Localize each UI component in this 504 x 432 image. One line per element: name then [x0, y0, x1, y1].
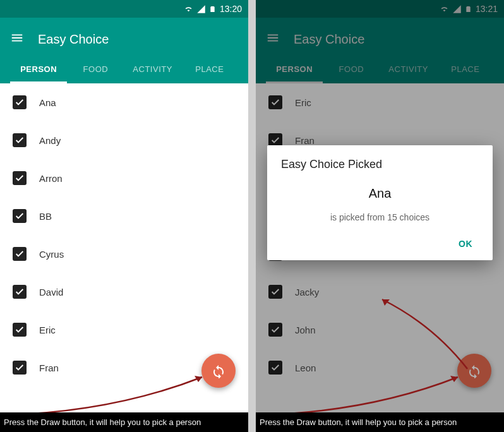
- dialog-ok-button[interactable]: OK: [452, 234, 479, 254]
- phone-screen-right: 13:21 Easy Choice PERSON FOOD ACTIVITY P…: [256, 0, 504, 432]
- draw-button[interactable]: [457, 354, 491, 388]
- status-icons: [184, 4, 216, 14]
- list-item[interactable]: BB: [0, 197, 248, 235]
- draw-button[interactable]: [201, 354, 236, 388]
- hint-bar: Press the Draw button, it will help you …: [0, 412, 248, 432]
- result-dialog: Easy Choice Picked Ana is picked from 15…: [267, 145, 493, 260]
- tab-place[interactable]: PLACE: [181, 58, 238, 83]
- refresh-icon: [211, 363, 226, 378]
- item-label: Arron: [39, 173, 63, 184]
- checkbox-icon[interactable]: [13, 209, 27, 223]
- list-item[interactable]: Ana: [0, 83, 248, 121]
- checkbox-icon[interactable]: [13, 285, 27, 299]
- status-bar: 13:20: [0, 0, 248, 18]
- app-title: Easy Choice: [38, 32, 109, 47]
- dialog-picked-name: Ana: [281, 186, 479, 201]
- list-item[interactable]: David: [0, 273, 248, 311]
- dialog-subtitle: is picked from 15 choices: [281, 212, 479, 222]
- list-item[interactable]: Eric: [0, 311, 248, 349]
- tab-activity[interactable]: ACTIVITY: [124, 58, 181, 83]
- tab-food[interactable]: FOOD: [67, 58, 124, 83]
- app-bar: Easy Choice PERSON FOOD ACTIVITY PLACE: [0, 18, 248, 83]
- dialog-title: Easy Choice Picked: [281, 158, 479, 171]
- checkbox-icon[interactable]: [13, 133, 27, 147]
- checkbox-icon[interactable]: [13, 247, 27, 261]
- list-item[interactable]: Cyrus: [0, 235, 248, 273]
- status-time: 13:20: [220, 4, 242, 14]
- checkbox-icon[interactable]: [13, 323, 27, 337]
- item-label: Andy: [39, 135, 61, 146]
- wifi-icon: [184, 4, 193, 14]
- signal-icon: [196, 4, 206, 14]
- hint-bar: Press the Draw button, it will help you …: [256, 412, 504, 432]
- list-item[interactable]: Andy: [0, 121, 248, 159]
- item-label: Eric: [39, 325, 56, 335]
- item-label: Ana: [39, 97, 56, 108]
- checkbox-icon[interactable]: [13, 95, 27, 109]
- refresh-icon: [467, 363, 482, 378]
- tab-bar: PERSON FOOD ACTIVITY PLACE: [10, 58, 238, 83]
- tab-person[interactable]: PERSON: [10, 58, 67, 83]
- battery-icon: [209, 4, 216, 14]
- item-label: Fran: [39, 363, 59, 373]
- item-label: BB: [39, 211, 52, 222]
- checkbox-icon[interactable]: [13, 361, 27, 375]
- list-item[interactable]: Arron: [0, 159, 248, 197]
- checkbox-icon[interactable]: [13, 171, 27, 185]
- phone-screen-left: 13:20 Easy Choice PERSON FOOD ACTIVITY P…: [0, 0, 248, 432]
- item-label: David: [39, 287, 63, 297]
- item-label: Cyrus: [39, 249, 64, 260]
- menu-icon[interactable]: [10, 31, 24, 47]
